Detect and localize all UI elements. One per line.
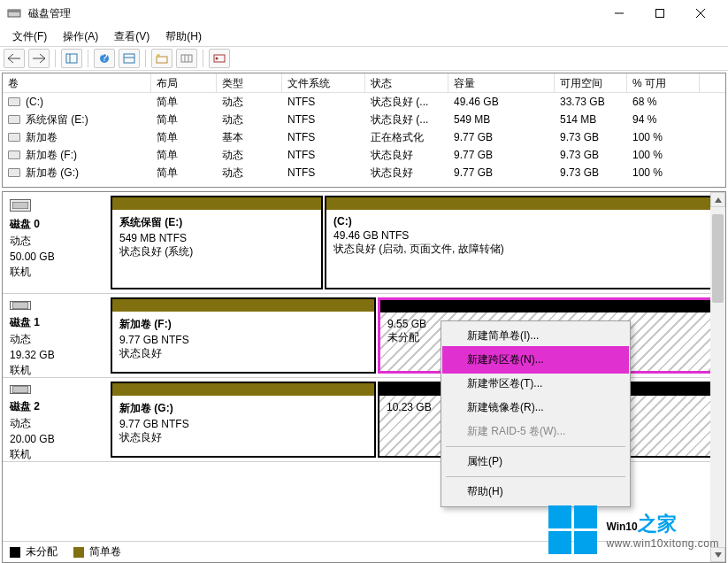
- help-icon[interactable]: ?: [94, 49, 115, 68]
- volume-name: 新加卷 (F:): [26, 148, 77, 163]
- cell-type: 动态: [217, 146, 282, 165]
- partition-status: 状态良好 (系统): [119, 244, 314, 259]
- cell-type: 动态: [217, 111, 282, 129]
- cell-capacity: 9.77 GB: [448, 165, 555, 181]
- volume-icon: [8, 133, 20, 142]
- cell-status: 状态良好 (...: [365, 93, 448, 112]
- disk-online: 联机: [10, 363, 102, 378]
- disk-online: 联机: [10, 265, 102, 280]
- volume-list: 卷 布局 类型 文件系统 状态 容量 可用空间 % 可用 (C:)简单动态NTF…: [2, 73, 726, 188]
- menu-file[interactable]: 文件(F): [5, 27, 54, 46]
- partition-size: 9.77 GB NTFS: [119, 418, 367, 430]
- volume-row[interactable]: 系统保留 (E:)简单动态NTFS状态良好 (...549 MB514 MB94…: [3, 111, 725, 128]
- menu-help[interactable]: 帮助(H): [158, 27, 209, 46]
- context-menu-item[interactable]: 属性(P): [444, 450, 627, 474]
- watermark-brand: Win10: [606, 521, 637, 533]
- cell-status: 状态良好: [365, 164, 448, 182]
- partition-bar: [112, 197, 321, 210]
- cell-type: 动态: [217, 164, 282, 182]
- cell-free: 9.73 GB: [555, 129, 627, 145]
- cell-layout: 简单: [151, 146, 217, 165]
- maximize-button[interactable]: [640, 0, 680, 27]
- disk-info: 磁盘 0动态50.00 GB联机: [3, 192, 109, 293]
- disk-info: 磁盘 1动态19.32 GB联机: [3, 294, 109, 377]
- close-button[interactable]: [680, 0, 721, 27]
- partition[interactable]: 系统保留 (E:)549 MB NTFS状态良好 (系统): [111, 196, 323, 289]
- col-layout[interactable]: 布局: [151, 73, 217, 92]
- cell-free: 9.73 GB: [555, 147, 627, 163]
- disk-size: 20.00 GB: [10, 433, 102, 445]
- col-volume[interactable]: 卷: [3, 73, 151, 92]
- disk-partitions: 新加卷 (F:)9.77 GB NTFS状态良好9.55 GB未分配: [109, 294, 725, 377]
- context-menu-item[interactable]: 新建镜像卷(R)...: [444, 396, 627, 420]
- partition-status: 状态良好: [119, 430, 367, 445]
- cell-status: 状态良好: [365, 146, 448, 165]
- cell-fs: NTFS: [282, 112, 365, 127]
- titlebar: 磁盘管理: [0, 0, 728, 27]
- toolbar-icon-3[interactable]: [151, 49, 172, 68]
- cell-layout: 简单: [151, 111, 217, 129]
- cell-pct: 68 %: [627, 94, 700, 110]
- cell-pct: 100 %: [627, 165, 700, 181]
- partition[interactable]: 新加卷 (F:)9.77 GB NTFS状态良好: [111, 297, 376, 374]
- col-status[interactable]: 状态: [365, 73, 448, 92]
- partition-name: 新加卷 (F:): [119, 317, 367, 332]
- app-icon: [7, 6, 21, 20]
- volume-row[interactable]: (C:)简单动态NTFS状态良好 (...49.46 GB33.73 GB68 …: [3, 93, 725, 111]
- menu-separator: [446, 476, 625, 477]
- cell-pct: 100 %: [627, 147, 700, 163]
- toolbar-icon-4[interactable]: [176, 49, 197, 68]
- volume-icon: [8, 115, 20, 124]
- partition[interactable]: (C:)49.46 GB NTFS状态良好 (启动, 页面文件, 故障转储): [325, 196, 714, 289]
- svg-rect-10: [124, 54, 134, 63]
- context-menu: 新建简单卷(I)...新建跨区卷(N)...新建带区卷(T)...新建镜像卷(R…: [441, 320, 631, 507]
- partition-size: 9.77 GB NTFS: [119, 334, 367, 346]
- watermark-url: www.win10xitong.com: [606, 537, 719, 550]
- forward-button[interactable]: [28, 49, 50, 68]
- cell-fs: NTFS: [282, 129, 365, 145]
- volume-name: 新加卷: [26, 130, 57, 145]
- col-filesystem[interactable]: 文件系统: [282, 73, 365, 92]
- col-capacity[interactable]: 容量: [448, 73, 555, 92]
- col-pct[interactable]: % 可用: [627, 73, 700, 92]
- context-menu-item[interactable]: 帮助(H): [444, 480, 627, 504]
- svg-rect-3: [656, 10, 664, 18]
- minimize-button[interactable]: [599, 0, 640, 27]
- partition-size: 49.46 GB NTFS: [333, 229, 705, 242]
- back-button[interactable]: [4, 49, 25, 68]
- toolbar-icon-1[interactable]: [61, 49, 82, 68]
- context-menu-item[interactable]: 新建简单卷(I)...: [444, 324, 627, 348]
- volume-icon: [8, 150, 20, 159]
- scroll-up-button[interactable]: [710, 192, 725, 207]
- toolbar-icon-5[interactable]: [209, 49, 230, 68]
- cell-type: 动态: [217, 93, 282, 112]
- cell-layout: 简单: [151, 93, 217, 112]
- volume-row[interactable]: 新加卷简单基本NTFS正在格式化9.77 GB9.73 GB100 %: [3, 128, 725, 146]
- cell-status: 正在格式化: [365, 128, 448, 147]
- context-menu-item[interactable]: 新建带区卷(T)...: [444, 372, 627, 396]
- svg-point-13: [157, 54, 160, 58]
- cell-fs: NTFS: [282, 165, 365, 181]
- partition-name: 系统保留 (E:): [119, 215, 314, 230]
- col-free[interactable]: 可用空间: [555, 73, 627, 92]
- col-type[interactable]: 类型: [217, 73, 282, 92]
- svg-point-18: [216, 58, 218, 60]
- volume-row[interactable]: 新加卷 (G:)简单动态NTFS状态良好9.77 GB9.73 GB100 %: [3, 164, 725, 181]
- partition[interactable]: 新加卷 (G:)9.77 GB NTFS状态良好: [111, 382, 376, 458]
- cell-capacity: 49.46 GB: [448, 94, 555, 110]
- svg-rect-14: [181, 55, 192, 62]
- volume-row[interactable]: 新加卷 (F:)简单动态NTFS状态良好9.77 GB9.73 GB100 %: [3, 146, 725, 164]
- legend-swatch-unalloc: [10, 547, 20, 558]
- disk-icon: [10, 301, 31, 310]
- disk-partitions: 系统保留 (E:)549 MB NTFS状态良好 (系统)(C:)49.46 G…: [109, 192, 725, 293]
- legend-simple: 简单卷: [89, 544, 121, 559]
- menu-separator: [446, 446, 625, 447]
- svg-rect-20: [12, 302, 28, 309]
- toolbar-icon-2[interactable]: [119, 49, 140, 68]
- scroll-thumb[interactable]: [712, 214, 724, 303]
- menu-action[interactable]: 操作(A): [56, 27, 105, 46]
- cell-fs: NTFS: [282, 147, 365, 163]
- cell-capacity: 549 MB: [448, 112, 555, 127]
- context-menu-item[interactable]: 新建跨区卷(N)...: [444, 348, 627, 372]
- menu-view[interactable]: 查看(V): [107, 27, 157, 46]
